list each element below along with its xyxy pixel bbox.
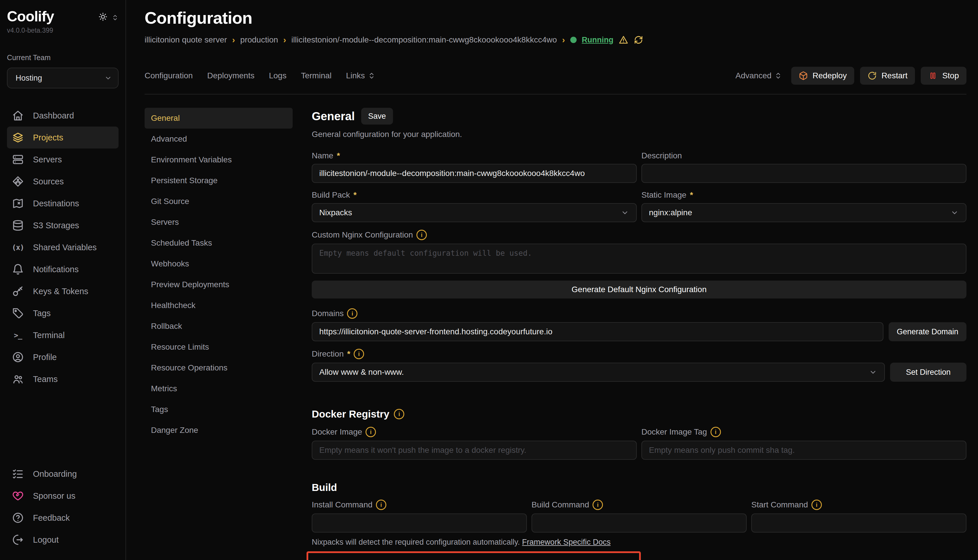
app-logo[interactable]: Coolify xyxy=(7,8,54,25)
docker-registry-heading: Docker Registry xyxy=(312,408,389,420)
sidebar-item-shared-variables[interactable]: (x) Shared Variables xyxy=(7,237,119,258)
breadcrumb-environment[interactable]: production xyxy=(240,35,278,45)
subnav-item-general[interactable]: General xyxy=(145,108,293,128)
breadcrumb-application[interactable]: illicitestonion/-module--decomposition:m… xyxy=(291,35,557,45)
sidebar-item-servers[interactable]: Servers xyxy=(7,148,119,170)
info-icon: i xyxy=(366,427,376,437)
tab-logs[interactable]: Logs xyxy=(269,71,287,80)
subnav-item-rollback[interactable]: Rollback xyxy=(145,316,293,337)
sidebar-item-label: Notifications xyxy=(33,265,79,274)
restart-label: Restart xyxy=(881,71,908,80)
docker-image-input[interactable] xyxy=(312,441,637,460)
subnav-item-danger-zone[interactable]: Danger Zone xyxy=(145,420,293,441)
set-direction-button[interactable]: Set Direction xyxy=(890,363,966,382)
subnav-item-persistent-storage[interactable]: Persistent Storage xyxy=(145,170,293,191)
sidebar-item-dashboard[interactable]: Dashboard xyxy=(7,105,119,127)
help-icon xyxy=(12,512,24,523)
warning-icon[interactable] xyxy=(619,35,629,45)
tab-terminal[interactable]: Terminal xyxy=(301,71,332,80)
config-subnav: General Advanced Environment Variables P… xyxy=(145,108,293,441)
framework-docs-link[interactable]: Framework Specific Docs xyxy=(522,538,610,547)
domains-label: Domains xyxy=(312,309,344,318)
package-icon xyxy=(799,71,808,80)
team-select[interactable]: Hosting xyxy=(7,68,119,88)
layers-icon xyxy=(12,132,24,143)
sidebar-item-label: Terminal xyxy=(33,330,65,340)
sidebar-item-terminal[interactable]: >_ Terminal xyxy=(7,324,119,346)
status-badge[interactable]: Running xyxy=(582,35,614,45)
sidebar-item-teams[interactable]: Teams xyxy=(7,368,119,390)
subnav-item-advanced[interactable]: Advanced xyxy=(145,128,293,149)
redeploy-button[interactable]: Redeploy xyxy=(791,67,854,85)
subnav-item-healthcheck[interactable]: Healthcheck xyxy=(145,295,293,316)
sidebar-item-sponsor-us[interactable]: Sponsor us xyxy=(7,485,119,507)
restart-button[interactable]: Restart xyxy=(860,67,915,85)
breadcrumb-separator: › xyxy=(232,35,235,45)
sidebar-item-notifications[interactable]: Notifications xyxy=(7,258,119,280)
tab-configuration[interactable]: Configuration xyxy=(145,71,193,80)
refresh-icon[interactable] xyxy=(634,35,644,45)
users-icon xyxy=(12,373,24,385)
advanced-dropdown[interactable]: Advanced xyxy=(736,71,782,80)
sidebar-item-keys-tokens[interactable]: Keys & Tokens xyxy=(7,280,119,302)
sidebar-item-feedback[interactable]: Feedback xyxy=(7,507,119,529)
docker-image-tag-input[interactable] xyxy=(641,441,966,460)
tab-bar: Configuration Deployments Logs Terminal … xyxy=(145,67,966,95)
home-icon xyxy=(12,110,24,122)
domains-input[interactable] xyxy=(312,322,883,341)
subnav-item-environment-variables[interactable]: Environment Variables xyxy=(145,149,293,170)
save-button[interactable]: Save xyxy=(361,108,393,125)
start-command-input[interactable] xyxy=(751,513,966,533)
install-command-label: Install Command xyxy=(312,500,373,510)
subnav-item-resource-limits[interactable]: Resource Limits xyxy=(145,337,293,357)
key-icon xyxy=(12,285,24,297)
custom-nginx-textarea[interactable] xyxy=(312,243,966,273)
sidebar-item-label: Onboarding xyxy=(33,469,77,479)
subnav-item-preview-deployments[interactable]: Preview Deployments xyxy=(145,274,293,295)
build-pack-select[interactable]: Nixpacks xyxy=(312,203,637,222)
sidebar-item-label: Feedback xyxy=(33,513,70,523)
sidebar-item-tags[interactable]: Tags xyxy=(7,302,119,324)
generate-nginx-button[interactable]: Generate Default Nginx Configuration xyxy=(312,281,966,298)
theme-toggle-sun-icon[interactable] xyxy=(98,12,107,24)
generate-domain-button[interactable]: Generate Domain xyxy=(889,322,966,341)
name-label: Name xyxy=(312,151,333,160)
subnav-item-servers[interactable]: Servers xyxy=(145,212,293,233)
database-icon xyxy=(12,220,24,231)
sidebar-item-logout[interactable]: Logout xyxy=(7,529,119,551)
subnav-item-resource-operations[interactable]: Resource Operations xyxy=(145,357,293,378)
subnav-item-tags[interactable]: Tags xyxy=(145,399,293,420)
sidebar-item-destinations[interactable]: Destinations xyxy=(7,192,119,214)
name-input[interactable] xyxy=(312,164,637,183)
description-input[interactable] xyxy=(641,164,966,183)
subnav-item-git-source[interactable]: Git Source xyxy=(145,191,293,212)
chevrons-up-down-icon xyxy=(368,72,375,80)
info-icon: i xyxy=(592,500,603,510)
section-title-general: General xyxy=(312,110,355,123)
build-command-label: Build Command xyxy=(532,500,589,510)
chevrons-up-down-icon[interactable] xyxy=(112,13,119,23)
sidebar-item-label: Shared Variables xyxy=(33,243,97,252)
chevron-down-icon xyxy=(869,368,878,377)
direction-value: Allow www & non-www. xyxy=(319,368,404,377)
sidebar-item-sources[interactable]: Sources xyxy=(7,170,119,192)
user-icon xyxy=(12,352,24,363)
breadcrumb-project[interactable]: illicitonion quote server xyxy=(145,35,227,45)
start-command-label: Start Command xyxy=(751,500,808,510)
install-command-input[interactable] xyxy=(312,513,527,533)
static-image-select[interactable]: nginx:alpine xyxy=(641,203,966,222)
sidebar-item-s3-storages[interactable]: S3 Storages xyxy=(7,214,119,237)
sidebar-item-projects[interactable]: Projects xyxy=(7,127,119,148)
build-command-input[interactable] xyxy=(532,513,747,533)
required-marker: * xyxy=(337,151,340,160)
coolify-app: Coolify v4.0.0-beta.399 Current Team Hos… xyxy=(0,0,978,560)
subnav-item-metrics[interactable]: Metrics xyxy=(145,378,293,399)
subnav-item-scheduled-tasks[interactable]: Scheduled Tasks xyxy=(145,233,293,253)
tab-deployments[interactable]: Deployments xyxy=(207,71,254,80)
direction-select[interactable]: Allow www & non-www. xyxy=(312,363,885,382)
stop-button[interactable]: Stop xyxy=(921,67,966,85)
tab-links[interactable]: Links xyxy=(346,71,375,80)
subnav-item-webhooks[interactable]: Webhooks xyxy=(145,253,293,274)
sidebar-item-onboarding[interactable]: Onboarding xyxy=(7,463,119,485)
sidebar-item-profile[interactable]: Profile xyxy=(7,346,119,368)
